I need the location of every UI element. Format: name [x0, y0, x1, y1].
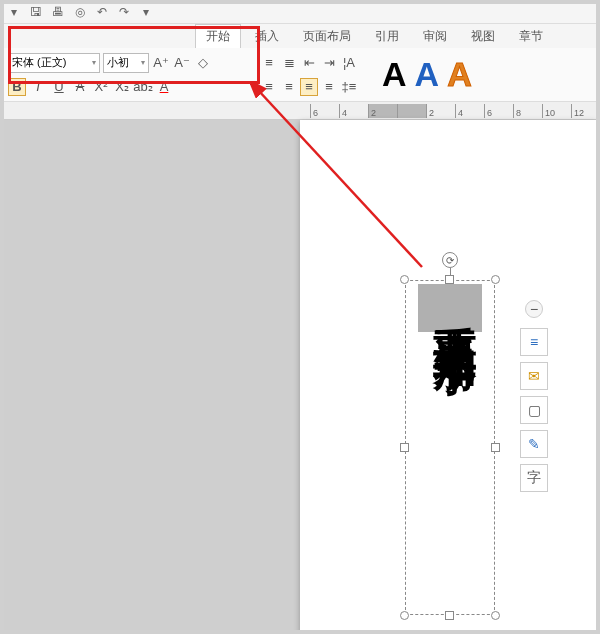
chevron-down-icon: ▾ [92, 58, 96, 67]
edit-button[interactable]: ✎ [520, 430, 548, 458]
qat-dropdown-icon[interactable]: ▾ [6, 4, 22, 20]
ribbon-tabs: 开始 插入 页面布局 引用 审阅 视图 章节 [0, 24, 600, 48]
rotate-handle-icon[interactable]: ⟳ [442, 252, 458, 268]
wordart-style-1[interactable]: A [382, 55, 407, 94]
ruler-mark: 6 [310, 104, 339, 118]
wordart-style-3[interactable]: A [447, 55, 472, 94]
paragraph-group: ≡ ≣ ⇤ ⇥ ¦A ≡ ≡ ≡ ≡ ‡≡ [260, 52, 358, 97]
ruler-mark: 8 [513, 104, 542, 118]
outline-button[interactable]: ▢ [520, 396, 548, 424]
italic-button[interactable]: I [29, 78, 47, 96]
wordart-style-2[interactable]: A [415, 55, 440, 94]
bullets-button[interactable]: ≡ [260, 54, 278, 72]
print-icon[interactable]: 🖶 [50, 4, 66, 20]
tab-insert[interactable]: 插入 [245, 25, 289, 48]
clear-format-button[interactable]: ◇ [194, 54, 212, 72]
ruler-mark: 12 [571, 104, 600, 118]
fill-button[interactable]: ✉ [520, 362, 548, 390]
textbox-text[interactable]: 重要通知册子 [418, 284, 482, 332]
undo-icon[interactable]: ↶ [94, 4, 110, 20]
align-right-button[interactable]: ≡ [300, 78, 318, 96]
tab-layout[interactable]: 页面布局 [293, 25, 361, 48]
save-icon[interactable]: 🖫 [28, 4, 44, 20]
resize-handle-tr[interactable] [491, 275, 500, 284]
tab-view[interactable]: 视图 [461, 25, 505, 48]
quick-access-toolbar: ▾ 🖫 🖶 ◎ ↶ ↷ ▾ [0, 0, 600, 24]
resize-handle-mb[interactable] [445, 611, 454, 620]
font-name-select[interactable]: 宋体 (正文) ▾ [8, 53, 100, 73]
ruler[interactable]: 6 4 2 2 4 6 8 10 12 [0, 102, 600, 120]
resize-handle-br[interactable] [491, 611, 500, 620]
resize-handle-mt[interactable] [445, 275, 454, 284]
superscript-button[interactable]: X² [92, 78, 110, 96]
font-group: 宋体 (正文) ▾ 小初 ▾ A⁺ A⁻ ◇ B I U A X² X₂ ab₂… [8, 52, 248, 97]
workspace [0, 120, 600, 634]
text-panel-button[interactable]: 字 [520, 464, 548, 492]
numbering-button[interactable]: ≣ [280, 54, 298, 72]
resize-handle-mr[interactable] [491, 443, 500, 452]
chevron-down-icon: ▾ [141, 58, 145, 67]
strikethrough-button[interactable]: A [71, 78, 89, 96]
ruler-mark: 2 [426, 104, 455, 118]
preview-icon[interactable]: ◎ [72, 4, 88, 20]
font-size-select[interactable]: 小初 ▾ [103, 53, 149, 73]
text-direction-button[interactable]: ¦A [340, 54, 358, 72]
bold-button[interactable]: B [8, 78, 26, 96]
justify-button[interactable]: ≡ [320, 78, 338, 96]
collapse-button[interactable]: − [525, 300, 543, 318]
align-center-button[interactable]: ≡ [280, 78, 298, 96]
tab-review[interactable]: 审阅 [413, 25, 457, 48]
tab-chapter[interactable]: 章节 [509, 25, 553, 48]
ruler-mark: 2 [368, 104, 397, 118]
phonetic-button[interactable]: ab₂ [134, 78, 152, 96]
ruler-mark: 4 [455, 104, 484, 118]
shrink-font-button[interactable]: A⁻ [173, 54, 191, 72]
ruler-mark: 6 [484, 104, 513, 118]
resize-handle-ml[interactable] [400, 443, 409, 452]
font-size-value: 小初 [107, 55, 129, 70]
wrap-text-button[interactable]: ≡ [520, 328, 548, 356]
ruler-mark: 10 [542, 104, 571, 118]
underline-button[interactable]: U [50, 78, 68, 96]
ruler-mark: 4 [339, 104, 368, 118]
object-toolbar: − ≡ ✉ ▢ ✎ 字 [520, 300, 548, 492]
wordart-group: A A A [370, 52, 472, 97]
tab-start[interactable]: 开始 [195, 24, 241, 48]
grow-font-button[interactable]: A⁺ [152, 54, 170, 72]
ruler-mark [397, 104, 426, 118]
redo-icon[interactable]: ↷ [116, 4, 132, 20]
font-color-button[interactable]: A [155, 78, 173, 96]
resize-handle-tl[interactable] [400, 275, 409, 284]
ribbon: 宋体 (正文) ▾ 小初 ▾ A⁺ A⁻ ◇ B I U A X² X₂ ab₂… [0, 48, 600, 102]
tab-reference[interactable]: 引用 [365, 25, 409, 48]
subscript-button[interactable]: X₂ [113, 78, 131, 96]
font-name-value: 宋体 (正文) [12, 55, 66, 70]
resize-handle-bl[interactable] [400, 611, 409, 620]
qat-more-icon[interactable]: ▾ [138, 4, 154, 20]
line-spacing-button[interactable]: ‡≡ [340, 78, 358, 96]
outdent-button[interactable]: ⇤ [300, 54, 318, 72]
align-left-button[interactable]: ≡ [260, 78, 278, 96]
indent-button[interactable]: ⇥ [320, 54, 338, 72]
textbox-selection[interactable]: ⟳ 重要通知册子 [405, 280, 495, 615]
